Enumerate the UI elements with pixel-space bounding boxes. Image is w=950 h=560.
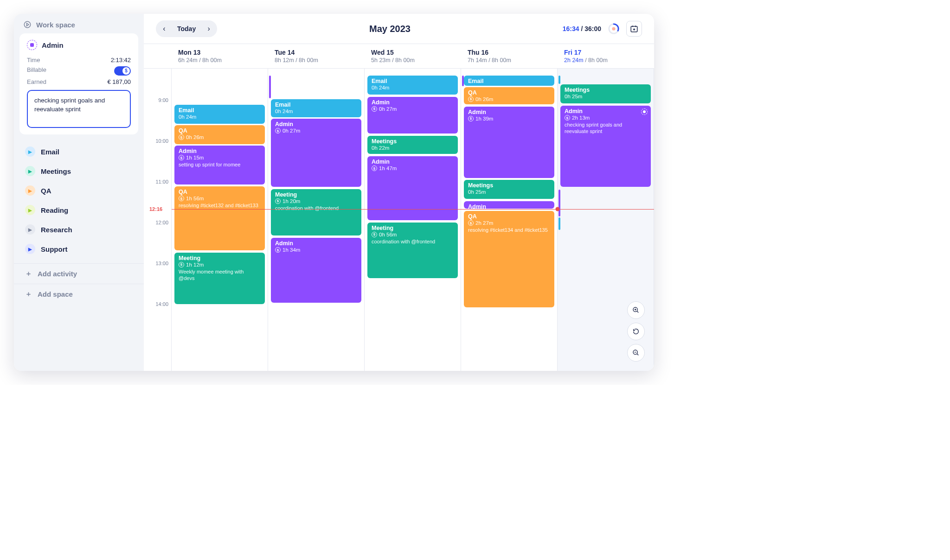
calendar-event[interactable]: Email0h 24m [367, 76, 458, 95]
sidebar-space-reading[interactable]: ▶Reading [14, 200, 144, 220]
play-icon: ▶ [25, 244, 35, 254]
workspace-icon [23, 20, 32, 29]
hour-label: 9:00 [159, 97, 168, 103]
calendar-event[interactable]: QA$0h 26m [174, 125, 265, 144]
prev-button[interactable]: ‹ [158, 22, 171, 35]
calendar-event[interactable]: Admin$1h 15msetting up sprint for momee [174, 146, 265, 184]
billable-icon: $ [179, 155, 184, 160]
current-time-line [172, 209, 654, 210]
sidebar-space-support[interactable]: ▶Support [14, 239, 144, 259]
billable-icon: $ [372, 232, 377, 237]
calendar-event[interactable]: Meeting$0h 56mcoordination with @fronten… [367, 223, 458, 278]
space-label: Reading [41, 206, 68, 214]
billable-icon: $ [372, 165, 377, 171]
sidebar-space-email[interactable]: ▶Email [14, 142, 144, 161]
reset-view-button[interactable] [627, 323, 645, 340]
billable-icon: $ [275, 247, 281, 253]
add-activity-button[interactable]: ＋Add activity [14, 263, 144, 284]
svg-point-3 [612, 27, 615, 30]
zoom-in-button[interactable] [627, 301, 645, 319]
billable-icon: $ [275, 198, 281, 204]
day-column[interactable]: Email0h 24mQA$0h 26mAdmin$1h 15msetting … [172, 69, 268, 371]
sidebar-space-qa[interactable]: ▶QA [14, 181, 144, 200]
play-icon: ▶ [25, 166, 35, 176]
day-header[interactable]: Thu 167h 14m / 8h 00m [461, 44, 558, 68]
progress-ring-icon [608, 23, 620, 35]
billable-icon: $ [179, 196, 184, 201]
calendar-event[interactable]: Admin$0h 27m [271, 119, 361, 187]
workspace-header: Work space [14, 14, 144, 33]
calendar-event[interactable]: Admin$1h 39m [464, 107, 554, 178]
calendar-event[interactable]: Admin [464, 201, 554, 209]
day-column[interactable]: EmailQA$0h 26mAdmin$1h 39mMeetings0h 25m… [461, 69, 558, 371]
billable-icon: $ [468, 116, 474, 121]
billable-icon: $ [179, 134, 184, 140]
calendar-event[interactable]: Meetings0h 25m [560, 84, 651, 103]
svg-point-0 [24, 21, 31, 28]
calendar-add-button[interactable] [626, 21, 642, 37]
next-button[interactable]: › [202, 22, 215, 35]
today-button[interactable]: Today [171, 25, 202, 32]
space-label: Research [41, 226, 72, 234]
calendar-event[interactable]: Meetings0h 22m [367, 136, 458, 154]
calendar-event[interactable]: QA$2h 27mresolving #ticket134 and #ticke… [464, 211, 554, 307]
day-header[interactable]: Tue 148h 12m / 8h 00m [268, 44, 365, 68]
time-summary: 16:34 / 36:00 [563, 25, 601, 32]
month-title: May 2023 [369, 24, 411, 34]
calendar-event[interactable]: Email0h 24m [271, 99, 361, 117]
event-strip [558, 76, 560, 84]
hour-label: 11:00 [155, 179, 168, 185]
earned-value: € 187,00 [107, 78, 131, 85]
record-icon [641, 108, 648, 115]
add-space-button[interactable]: ＋Add space [14, 284, 144, 304]
calendar-event[interactable]: Admin$1h 34m [271, 238, 361, 303]
calendar-event[interactable]: Meetings0h 25m [464, 180, 554, 199]
project-color-icon [27, 40, 37, 50]
play-icon: ▶ [25, 185, 35, 196]
space-label: Email [41, 148, 59, 156]
event-strip [558, 190, 560, 216]
play-icon: ▶ [25, 146, 35, 157]
sidebar-space-meetings[interactable]: ▶Meetings [14, 161, 144, 181]
event-strip [462, 76, 464, 86]
calendar-event[interactable]: Admin$0h 27m [367, 97, 458, 134]
project-card: Admin Time2:13:42 Billable Earned€ 187,0… [19, 33, 138, 134]
billable-icon: $ [565, 115, 570, 121]
calendar-event[interactable]: QA$1h 56mresolving #ticket132 and #ticke… [174, 186, 265, 250]
calendar-event[interactable]: Meeting$1h 20mcoordination with @fronten… [271, 189, 361, 236]
hour-label: 13:00 [155, 261, 168, 266]
space-label: QA [41, 187, 51, 195]
play-icon: ▶ [25, 205, 35, 215]
billable-toggle[interactable] [114, 66, 131, 76]
current-time-label: 12:16 [148, 206, 163, 212]
calendar-event[interactable]: Admin$1h 47m [367, 156, 458, 220]
calendar-event[interactable]: QA$0h 26m [464, 87, 554, 104]
play-icon: ▶ [25, 224, 35, 235]
day-column[interactable]: Email0h 24mAdmin$0h 27mMeeting$1h 20mcoo… [268, 69, 365, 371]
event-strip [269, 76, 271, 98]
space-label: Support [41, 245, 68, 253]
day-header[interactable]: Wed 155h 23m / 8h 00m [365, 44, 461, 68]
billable-icon: $ [275, 128, 281, 134]
calendar-event[interactable]: Email0h 24m [174, 105, 265, 124]
calendar-event[interactable]: Email [464, 76, 554, 86]
day-header[interactable]: Fri 172h 24m / 8h 00m [558, 44, 654, 68]
billable-icon: $ [468, 220, 474, 226]
event-strip [558, 217, 560, 229]
plus-icon: ＋ [25, 269, 32, 278]
zoom-out-button[interactable] [627, 344, 645, 362]
project-name: Admin [42, 41, 64, 49]
sidebar-space-research[interactable]: ▶Research [14, 220, 144, 239]
billable-icon: $ [468, 96, 474, 102]
day-column[interactable]: Email0h 24mAdmin$0h 27mMeetings0h 22mAdm… [365, 69, 461, 371]
space-label: Meetings [41, 167, 71, 175]
billable-icon: $ [372, 106, 377, 112]
billable-icon: $ [179, 262, 184, 267]
hour-label: 10:00 [155, 138, 168, 144]
calendar-event[interactable]: Admin$2h 13mchecking sprint goals and re… [560, 106, 651, 187]
note-input[interactable]: checking sprint goals and reevaluate spr… [27, 90, 131, 128]
calendar-event[interactable]: Meeting$1h 12mWeekly momee meeting with … [174, 253, 265, 304]
day-header[interactable]: Mon 136h 24m / 8h 00m [172, 44, 268, 68]
hour-label: 14:00 [155, 301, 168, 307]
time-value: 2:13:42 [111, 57, 131, 64]
